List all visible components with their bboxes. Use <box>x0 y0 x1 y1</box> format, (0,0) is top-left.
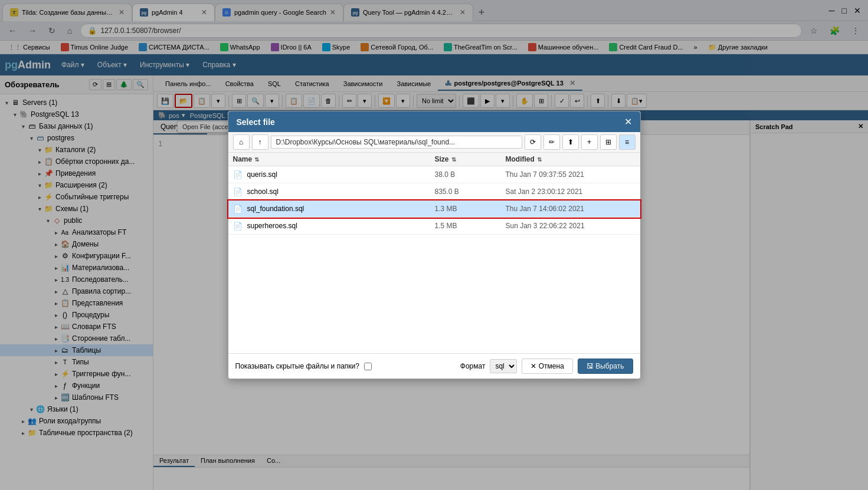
file-modified-1: Sat Jan 2 23:00:12 2021 <box>506 188 636 196</box>
dialog-title: Select file <box>237 117 275 127</box>
dialog-footer: Показывать скрытые файлы и папки? Формат… <box>228 353 640 379</box>
col-modified[interactable]: Modified ⇅ <box>506 155 636 163</box>
dialog-grid-view-btn[interactable]: ⊞ <box>600 134 617 150</box>
file-item-2[interactable]: 📄 sql_foundation.sql 1.3 MB Thu Jan 7 14… <box>228 200 640 218</box>
file-icon-0: 📄 <box>233 170 243 179</box>
file-icon-1: 📄 <box>233 187 243 196</box>
col-size-label: Size <box>435 155 449 163</box>
file-name-0: queris.sql <box>247 170 435 179</box>
file-name-3: superheroes.sql <box>247 222 435 230</box>
file-size-2: 1.3 MB <box>435 205 506 213</box>
file-modified-2: Thu Jan 7 14:06:02 2021 <box>506 205 636 213</box>
dialog-newdir-btn[interactable]: + <box>581 134 598 150</box>
format-select[interactable]: sql <box>490 359 517 373</box>
file-modified-3: Sun Jan 3 22:06:22 2021 <box>506 222 636 230</box>
col-modified-label: Modified <box>506 155 535 163</box>
file-modified-0: Thu Jan 7 09:37:55 2021 <box>506 170 636 179</box>
file-size-3: 1.5 MB <box>435 222 506 230</box>
dialog-upload-btn[interactable]: ⬆ <box>562 134 579 150</box>
dialog-refresh-btn[interactable]: ⟳ <box>525 134 541 150</box>
dialog-close-btn[interactable]: ✕ <box>624 116 632 127</box>
file-icon-3: 📄 <box>233 221 243 231</box>
col-size-sort: ⇅ <box>451 156 456 163</box>
col-modified-sort: ⇅ <box>537 156 542 163</box>
dialog-up-btn[interactable]: ↑ <box>252 134 268 150</box>
file-item-1[interactable]: 📄 school.sql 835.0 B Sat Jan 2 23:00:12 … <box>228 183 640 200</box>
dialog-list-view-btn[interactable]: ≡ <box>619 134 636 150</box>
file-dialog-overlay: Select file ✕ ⌂ ↑ ⟳ ✏ ⬆ + ⊞ ≡ Name ⇅ <box>0 0 868 490</box>
file-size-0: 38.0 B <box>435 170 506 179</box>
col-name[interactable]: Name ⇅ <box>233 155 435 163</box>
file-item-0[interactable]: 📄 queris.sql 38.0 B Thu Jan 7 09:37:55 2… <box>228 166 640 183</box>
col-name-label: Name <box>233 155 253 163</box>
dialog-toolbar: ⌂ ↑ ⟳ ✏ ⬆ + ⊞ ≡ <box>228 132 640 153</box>
cancel-button[interactable]: ✕ Отмена <box>522 359 572 374</box>
footer-right: Формат sql ✕ Отмена 🖫 Выбрать <box>460 359 633 374</box>
dialog-edit-btn[interactable]: ✏ <box>543 134 560 150</box>
file-list: Name ⇅ Size ⇅ Modified ⇅ 📄 queris.sql 38… <box>228 153 640 353</box>
dialog-home-btn[interactable]: ⌂ <box>233 134 250 150</box>
file-name-2: sql_foundation.sql <box>247 205 435 213</box>
file-icon-2: 📄 <box>233 204 243 213</box>
file-size-1: 835.0 B <box>435 188 506 196</box>
footer-left: Показывать скрытые файлы и папки? <box>235 362 372 370</box>
format-label: Формат <box>460 362 486 370</box>
path-display[interactable] <box>271 136 522 149</box>
dialog-header: Select file ✕ <box>228 111 640 132</box>
show-hidden-label: Показывать скрытые файлы и папки? <box>235 362 359 370</box>
file-list-header: Name ⇅ Size ⇅ Modified ⇅ <box>228 153 640 166</box>
file-dialog: Select file ✕ ⌂ ↑ ⟳ ✏ ⬆ + ⊞ ≡ Name ⇅ <box>228 111 641 379</box>
col-name-sort: ⇅ <box>254 156 259 163</box>
file-item-3[interactable]: 📄 superheroes.sql 1.5 MB Sun Jan 3 22:06… <box>228 218 640 235</box>
select-button[interactable]: 🖫 Выбрать <box>578 359 633 374</box>
file-name-1: school.sql <box>247 188 435 196</box>
show-hidden-checkbox[interactable] <box>364 363 372 370</box>
col-size[interactable]: Size ⇅ <box>435 155 506 163</box>
